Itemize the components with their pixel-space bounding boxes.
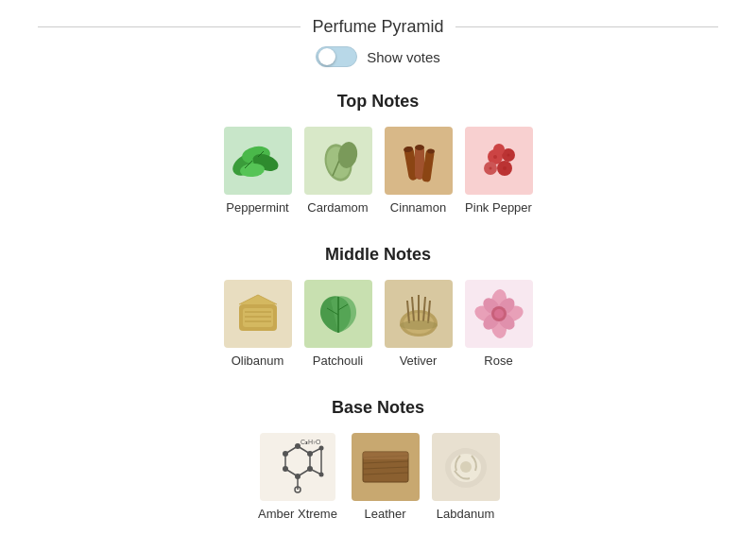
olibanum-label: Olibanum [232,354,284,368]
patchouli-svg [306,282,370,346]
svg-point-14 [415,145,424,150]
cinnamon-svg [387,129,451,193]
page-title: Perfume Pyramid [312,17,443,37]
svg-point-64 [319,446,324,451]
svg-rect-72 [363,452,408,459]
middle-notes-section: Middle Notes Olibanum [0,237,756,390]
svg-marker-51 [285,446,310,476]
svg-text:C₃H₇O: C₃H₇O [301,439,321,445]
toggle-knob [318,48,335,65]
rose-label: Rose [484,354,512,368]
olibanum-svg [226,282,290,346]
svg-point-50 [494,309,504,319]
svg-point-40 [400,320,438,330]
ingredient-cardamom: Cardamom [302,127,373,215]
rose-svg [467,282,531,346]
labdanum-image [432,433,500,501]
labdanum-label: Labdanum [437,507,494,521]
title-line-left [38,26,301,27]
show-votes-toggle[interactable] [316,46,357,67]
cinnamon-image [385,127,453,195]
svg-point-57 [283,451,288,457]
top-notes-section: Top Notes Peppermint [0,84,756,237]
patchouli-label: Patchouli [313,354,363,368]
peppermint-image [224,127,292,195]
ingredient-labdanum: Labdanum [430,433,501,521]
amber-xtreme-label: Amber Xtreme [258,507,337,521]
vetiver-svg [387,282,451,346]
patchouli-image [304,280,372,348]
svg-point-73 [460,461,472,473]
ingredient-rose: Rose [463,280,534,368]
title-line-right [455,26,718,27]
middle-notes-ingredients: Olibanum Patchouli [222,280,534,368]
show-votes-label: Show votes [367,49,440,65]
top-notes-heading: Top Notes [337,92,420,112]
amber-xtreme-svg: C₃H₇O [261,435,335,499]
cardamom-svg [306,129,370,193]
title-container: Perfume Pyramid [0,0,756,46]
ingredient-amber-xtreme: C₃H₇O Amber Xtreme [255,433,340,521]
cinnamon-label: Cinnamon [390,200,446,215]
leather-image [352,433,420,501]
pink-pepper-label: Pink Pepper [465,200,532,215]
base-notes-ingredients: C₃H₇O Amber Xtreme [255,433,501,521]
svg-point-24 [503,166,507,170]
peppermint-svg [226,129,290,193]
svg-rect-26 [243,308,273,327]
amber-xtreme-image: C₃H₇O [260,433,335,501]
olibanum-image [224,280,292,348]
pink-pepper-image [465,127,533,195]
ingredient-vetiver: Vetiver [383,280,454,368]
ingredient-olibanum: Olibanum [222,280,293,368]
ingredient-cinnamon: Cinnamon [383,127,454,215]
peppermint-label: Peppermint [226,200,288,215]
svg-point-23 [489,167,491,170]
base-notes-heading: Base Notes [332,398,424,418]
ingredient-patchouli: Patchouli [302,280,373,368]
cardamom-label: Cardamom [307,200,368,215]
leather-label: Leather [364,507,405,521]
ingredient-leather: Leather [350,433,421,521]
pink-pepper-svg [467,129,531,193]
vetiver-image [385,280,453,348]
cardamom-image [304,127,372,195]
ingredient-peppermint: Peppermint [222,127,293,215]
svg-point-20 [493,144,505,155]
svg-point-21 [493,155,497,159]
show-votes-row: Show votes [316,46,440,67]
leather-svg [353,435,418,499]
svg-point-56 [283,466,288,472]
svg-point-65 [319,473,324,477]
labdanum-svg [434,435,498,499]
ingredient-pink-pepper: Pink Pepper [463,127,534,215]
top-notes-ingredients: Peppermint Cardamom [222,127,534,215]
base-notes-section: Base Notes [0,390,756,535]
vetiver-label: Vetiver [400,354,438,368]
middle-notes-heading: Middle Notes [325,245,431,265]
rose-image [465,280,533,348]
svg-point-22 [507,154,509,157]
